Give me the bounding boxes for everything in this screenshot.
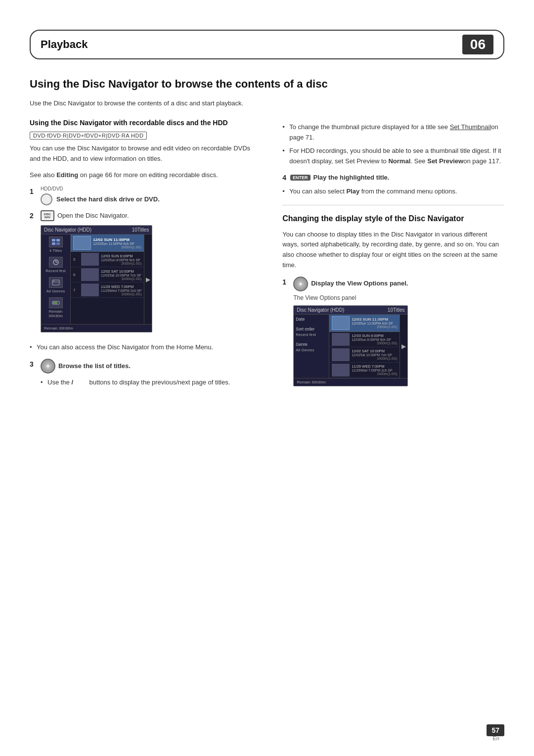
disc-nav-header-right: 10Titles bbox=[132, 227, 149, 233]
vo-thumb-3 bbox=[332, 348, 350, 361]
bullet-list-home: You can also access the Disc Navigator f… bbox=[30, 342, 263, 353]
step-4-bullet: You can also select Play from the comman… bbox=[282, 187, 504, 197]
step-disp-label: Display the View Options panel. bbox=[311, 279, 408, 289]
sidebar-item-recent[interactable]: Recent first bbox=[43, 257, 68, 273]
disc-nav-row-7[interactable]: 7 11/29 WED 7:00PM 11/29Wed 7:00PM 2ch S… bbox=[71, 283, 144, 298]
sidebar-label-remain: Remain 30h30m bbox=[43, 309, 68, 318]
bullet-home-menu: You can also access the Disc Navigator f… bbox=[30, 342, 263, 353]
body-text-1: You can use the Disc Navigator to browse… bbox=[30, 143, 263, 164]
sidebar-item-genres[interactable]: ■ All Genres bbox=[43, 277, 68, 293]
set-thumbnail-link: Set Thumbnail bbox=[450, 123, 491, 131]
disc-icon-step-disp bbox=[293, 277, 308, 291]
disc-nav-sidebar: 4 Titles Recent first bbox=[41, 235, 71, 324]
disc-nav-row-5[interactable]: 5 12/03 SUN 8:00PM 12/035un 8:00PM 9ch S… bbox=[71, 252, 144, 267]
step-2-row: 2 DISCNAV Open the Disc Navigator. Disc … bbox=[30, 210, 263, 337]
section-heading-recordable: Using the Disc Navigator with recordable… bbox=[30, 118, 263, 128]
bullet-hdd: For HDD recordings, you should be able t… bbox=[282, 146, 504, 167]
svg-rect-2 bbox=[52, 242, 55, 245]
bullet-thumbnail: To change the thumbnail picture displaye… bbox=[282, 122, 504, 143]
disc-nav-header: Disc Navigator (HDD) 10Titles bbox=[41, 226, 152, 235]
step-1-row: 1 HDD/DVD Select the hard disk drive or … bbox=[30, 186, 263, 205]
disc-nav-row-selected[interactable]: 12/02 SUN 11:00PM 12/035un 11:00PM 4ch S… bbox=[71, 235, 144, 252]
disc-nav-body: 4 Titles Recent first bbox=[41, 235, 152, 324]
two-col-layout: Using the Disc Navigator with recordable… bbox=[30, 118, 504, 399]
disc-format-badge: DVD·fDVD·R|DVD+fDVD+R|DVD·RA HDD bbox=[30, 132, 147, 140]
changing-body: You can choose to display titles in the … bbox=[282, 230, 504, 271]
hdd-dvd-label: HDD/DVD bbox=[41, 186, 63, 191]
header-bar: Playback 06 bbox=[30, 30, 504, 59]
step-4-heading: 4 ENTER Play the highlighted title. bbox=[282, 173, 504, 183]
hdd-icon bbox=[41, 193, 52, 205]
vo-row-selected[interactable]: 12/03 SUN 11:00PM 12/035un 11:00PM 4ch S… bbox=[329, 315, 400, 332]
use-the-text: Use the / buttons to display the previou… bbox=[47, 378, 230, 386]
vo-sidebar-genre[interactable]: Genre All Genres bbox=[296, 342, 327, 352]
vo-header-left: Disc Navigator (HDD) bbox=[297, 307, 344, 313]
disc-nav-info-selected: 12/02 SUN 11:00PM 12/035un 11:00PM 4ch S… bbox=[93, 237, 141, 249]
step-4-label: Play the highlighted title. bbox=[313, 173, 390, 183]
vo-info-selected: 12/03 SUN 11:00PM 12/035un 11:00PM 4ch S… bbox=[352, 317, 397, 329]
step-1-content: HDD/DVD Select the hard disk drive or DV… bbox=[41, 186, 160, 205]
vo-remain: Remain 30h30m bbox=[294, 378, 407, 386]
vo-header-right: 10Titles bbox=[388, 307, 405, 313]
view-options-caption: The View Options panel bbox=[293, 294, 408, 301]
step-1-label: Select the hard disk drive or DVD. bbox=[56, 194, 160, 205]
view-options-screenshot: Disc Navigator (HDD) 10Titles Date Sort … bbox=[293, 305, 408, 386]
vo-date-label: Date bbox=[296, 317, 327, 322]
step-disp-content: Display the View Options panel. The View… bbox=[293, 277, 408, 386]
col-left: Using the Disc Navigator with recordable… bbox=[30, 118, 263, 399]
row-num-6: 6 bbox=[73, 273, 79, 277]
enter-badge: ENTER bbox=[290, 175, 311, 181]
disc-nav-info-6: 12/02 SAT 10:00PM 12/025at 10:00PM 7ch S… bbox=[101, 269, 141, 281]
step-3-content: Browse the list of titles. Use the / but… bbox=[41, 359, 230, 394]
disc-nav-icon: DISCNAV bbox=[41, 210, 54, 221]
vo-info-2: 12/03 SUN 8:00PM 12/035un 8:00PM 9ch SP … bbox=[352, 333, 397, 345]
sidebar-label-recent: Recent first bbox=[45, 269, 65, 273]
disc-nav-row-6[interactable]: 6 12/02 SAT 10:00PM 12/025at 10:00PM 7ch… bbox=[71, 267, 144, 283]
normal-bold: Normal bbox=[388, 157, 410, 165]
step-2-label: Open the Disc Navigator. bbox=[57, 211, 129, 221]
main-heading: Using the Disc Navigator to browse the c… bbox=[30, 77, 504, 92]
vo-info-4: 11/29 WED 7:00PM 11/29Wed 7:00PM 2ch SP … bbox=[352, 364, 397, 376]
vo-sort-label: Sort order bbox=[296, 327, 327, 331]
view-options-body: Date Sort order Recent first Genre All G… bbox=[294, 315, 407, 378]
vo-sidebar-date[interactable]: Date bbox=[296, 317, 327, 322]
step-4-number: 4 bbox=[282, 174, 286, 182]
vo-row-4[interactable]: 11/29 WED 7:00PM 11/29Wed 7:00PM 2ch SP … bbox=[329, 363, 400, 378]
disc-nav-header-left: Disc Navigator (HDD) bbox=[44, 227, 91, 233]
page-container: Playback 06 Using the Disc Navigator to … bbox=[0, 0, 534, 756]
bullet-list-top-right: To change the thumbnail picture displaye… bbox=[282, 122, 504, 166]
play-bold: Play bbox=[346, 188, 359, 195]
vo-info-3: 12/02 SAT 10:00PM 12/025at 10:00PM 7ch S… bbox=[352, 349, 397, 360]
set-preview-bold: Set Preview bbox=[427, 157, 463, 165]
sidebar-label-4titles: 4 Titles bbox=[49, 248, 62, 253]
vo-row-3[interactable]: 12/02 SAT 10:00PM 12/025at 10:00PM 7ch S… bbox=[329, 347, 400, 363]
row-num-7: 7 bbox=[73, 288, 79, 292]
vo-row-2[interactable]: 12/03 SUN 8:00PM 12/035un 8:00PM 9ch SP … bbox=[329, 332, 400, 347]
disc-nav-arrow[interactable]: ▶ bbox=[144, 235, 152, 324]
disc-nav-remain: Remain 30h30m bbox=[41, 324, 152, 332]
disc-nav-info-5: 12/03 SUN 8:00PM 12/035un 8:00PM 9ch SP … bbox=[101, 254, 141, 265]
disc-nav-screenshot: Disc Navigator (HDD) 10Titles 4 Titles bbox=[41, 225, 152, 332]
disc-nav-thumb-6 bbox=[81, 268, 99, 281]
changing-heading: Changing the display style of the Disc N… bbox=[282, 213, 504, 224]
disc-nav-content: 12/02 SUN 11:00PM 12/035un 11:00PM 4ch S… bbox=[71, 235, 144, 324]
sidebar-item-4titles[interactable]: 4 Titles bbox=[43, 236, 68, 253]
vo-arrow[interactable]: ▶ bbox=[400, 315, 407, 378]
svg-rect-11 bbox=[53, 302, 57, 304]
sidebar-item-remain: Remain 30h30m bbox=[43, 297, 68, 318]
step-3-label: Browse the list of titles. bbox=[58, 361, 131, 372]
view-options-header: Disc Navigator (HDD) 10Titles bbox=[294, 306, 407, 315]
disc-icon-step3 bbox=[41, 359, 55, 374]
vo-sidebar-sort[interactable]: Sort order Recent first bbox=[296, 327, 327, 337]
disc-nav-thumb-7 bbox=[81, 284, 99, 296]
divider bbox=[282, 205, 504, 205]
svg-rect-0 bbox=[52, 239, 55, 241]
row-num-5: 5 bbox=[73, 257, 79, 262]
svg-rect-3 bbox=[56, 242, 60, 245]
step-2-number: 2 bbox=[30, 212, 37, 220]
disc-icon-inner-disp bbox=[299, 282, 303, 286]
sidebar-icon-remain bbox=[49, 297, 63, 308]
sidebar-label-genres: All Genres bbox=[46, 289, 65, 293]
step-3-bullet: Use the / buttons to display the previou… bbox=[41, 378, 230, 388]
body-text-2: See also Editing on page 66 for more on … bbox=[30, 170, 263, 181]
